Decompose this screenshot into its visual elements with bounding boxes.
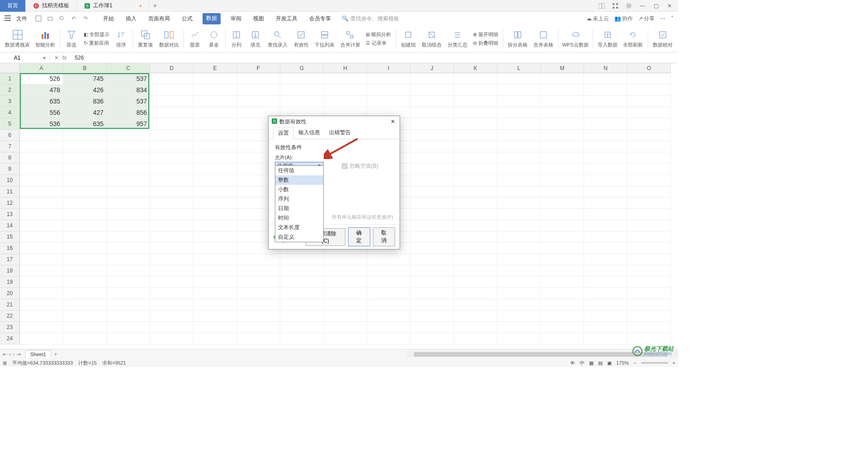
row-header-13[interactable]: 13 [0,209,20,220]
cell-K18[interactable] [454,265,497,277]
cell-L24[interactable] [497,333,541,344]
zoom-out-icon[interactable]: − [633,360,636,366]
dialog-tab-error-alert[interactable]: 出错警告 [325,127,355,139]
show-all-button[interactable]: ◧全部显示 [84,31,109,38]
cell-A14[interactable] [20,220,63,231]
cell-I19[interactable] [367,277,410,288]
cell-O16[interactable] [627,243,671,254]
cell-F24[interactable] [237,333,280,344]
cell-K20[interactable] [454,288,497,299]
row-header-17[interactable]: 17 [0,254,20,265]
cell-J20[interactable] [410,288,454,299]
cell-B24[interactable] [63,333,107,344]
cell-M8[interactable] [541,152,584,164]
cell-I20[interactable] [367,288,410,299]
cell-H19[interactable] [324,277,367,288]
save-icon[interactable] [34,14,42,23]
row-header-8[interactable]: 8 [0,152,20,164]
cell-L21[interactable] [497,299,541,310]
cell-I1[interactable] [367,73,410,85]
cell-M9[interactable] [541,164,584,175]
row-header-18[interactable]: 18 [0,265,20,277]
dialog-close-icon[interactable]: ✕ [389,118,397,125]
cell-I2[interactable] [367,85,410,96]
cell-G24[interactable] [280,333,324,344]
cell-B20[interactable] [63,288,107,299]
cell-A20[interactable] [20,288,63,299]
cell-K23[interactable] [454,322,497,333]
cell-D11[interactable] [150,186,193,197]
cell-J15[interactable] [410,231,454,243]
cell-J10[interactable] [410,175,454,186]
cell-M23[interactable] [541,322,584,333]
cell-M18[interactable] [541,265,584,277]
preview-icon[interactable] [58,14,66,23]
lookup-button[interactable]: 查找录入 [265,26,291,51]
row-header-23[interactable]: 23 [0,322,20,333]
ungroup-button[interactable]: 取消组合 [419,26,445,51]
cell-D17[interactable] [150,254,193,265]
cell-B18[interactable] [63,265,107,277]
cell-L15[interactable] [497,231,541,243]
cell-J3[interactable] [410,96,454,107]
cell-D13[interactable] [150,209,193,220]
cell-K4[interactable] [454,107,497,118]
menu-formula[interactable]: 公式 [180,13,194,24]
dropdown-button[interactable]: 下拉列表 [312,26,338,51]
cell-K24[interactable] [454,333,497,344]
cell-M4[interactable] [541,107,584,118]
cell-O20[interactable] [627,288,671,299]
zoom-value[interactable]: 175% [616,360,629,366]
cell-M16[interactable] [541,243,584,254]
scrollbar-thumb[interactable] [414,352,667,357]
cell-F23[interactable] [237,322,280,333]
cell-L9[interactable] [497,164,541,175]
cell-G17[interactable] [280,254,324,265]
cell-N12[interactable] [584,197,627,209]
cell-M17[interactable] [541,254,584,265]
cell-O17[interactable] [627,254,671,265]
cell-N14[interactable] [584,220,627,231]
cell-C19[interactable] [107,277,150,288]
cell-D1[interactable] [150,73,193,85]
cell-D12[interactable] [150,197,193,209]
cell-D24[interactable] [150,333,193,344]
menu-member[interactable]: 会员专享 [307,13,333,24]
view-eye-icon[interactable]: 👁 [570,360,575,366]
col-header-O[interactable]: O [627,63,671,73]
cell-K19[interactable] [454,277,497,288]
chevron-up-icon[interactable]: ˄ [671,15,674,22]
cell-K5[interactable] [454,118,497,130]
minimize-icon[interactable]: — [637,1,647,11]
cell-J22[interactable] [410,310,454,322]
cell-A6[interactable] [20,130,63,141]
col-header-B[interactable]: B [63,63,107,73]
cell-O22[interactable] [627,310,671,322]
cell-E16[interactable] [193,243,237,254]
row-header-22[interactable]: 22 [0,310,20,322]
cell-I17[interactable] [367,254,410,265]
cell-B4[interactable]: 427 [63,107,107,118]
cell-N16[interactable] [584,243,627,254]
cell-B8[interactable] [63,152,107,164]
cell-O19[interactable] [627,277,671,288]
cell-L14[interactable] [497,220,541,231]
cell-A13[interactable] [20,209,63,220]
cell-J21[interactable] [410,299,454,310]
row-header-15[interactable]: 15 [0,231,20,243]
cell-B5[interactable]: 635 [63,118,107,130]
cell-L7[interactable] [497,141,541,152]
cell-D10[interactable] [150,175,193,186]
cell-N2[interactable] [584,85,627,96]
maximize-icon[interactable]: ▢ [651,1,661,11]
simulate-button[interactable]: ⊞模拟分析 [366,31,391,38]
share-button[interactable]: ↗ 分享 [638,15,655,23]
cell-H18[interactable] [324,265,367,277]
cell-M7[interactable] [541,141,584,152]
file-menu[interactable]: 文件 [14,15,30,23]
col-header-A[interactable]: A [20,63,63,73]
cell-L12[interactable] [497,197,541,209]
cell-I23[interactable] [367,322,410,333]
cell-N7[interactable] [584,141,627,152]
cell-C12[interactable] [107,197,150,209]
